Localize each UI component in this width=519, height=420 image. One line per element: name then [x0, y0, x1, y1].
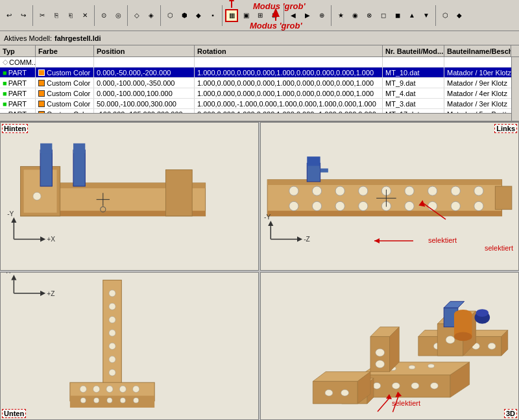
- tb-btn-22[interactable]: ◼: [391, 9, 404, 22]
- svg-point-29: [289, 186, 298, 195]
- svg-rect-50: [307, 156, 320, 166]
- tb-btn-3[interactable]: ✂: [36, 9, 49, 22]
- table-row[interactable]: ■PART Custom Color 50.000,-100.000,300.0…: [0, 99, 519, 109]
- viewport-unten[interactable]: Unten: [0, 272, 259, 421]
- svg-point-65: [109, 290, 115, 296]
- svg-rect-28: [267, 211, 501, 216]
- svg-point-115: [376, 349, 385, 356]
- tb-btn-grid1[interactable]: ▦: [225, 9, 238, 22]
- svg-rect-27: [267, 180, 501, 185]
- active-model-label: Aktives Modell:: [4, 34, 52, 42]
- viewport-label-3d: 3D: [504, 409, 517, 418]
- scrollbar-vertical[interactable]: [511, 57, 519, 121]
- svg-text:-Z: -Z: [304, 236, 310, 243]
- tb-btn-15[interactable]: ◀: [287, 9, 300, 22]
- svg-point-97: [431, 382, 439, 389]
- tb-btn-7[interactable]: ⊙: [97, 9, 110, 22]
- viewport-links[interactable]: Links selektiert: [260, 122, 519, 271]
- tb-btn-25[interactable]: ⬡: [439, 9, 452, 22]
- scrollbar-horizontal[interactable]: [0, 113, 511, 121]
- svg-point-41: [359, 201, 368, 210]
- svg-line-88: [378, 397, 391, 412]
- svg-point-30: [312, 186, 321, 195]
- svg-point-79: [107, 397, 112, 402]
- tb-btn-grid2[interactable]: ▣: [239, 9, 252, 22]
- svg-point-74: [106, 386, 113, 392]
- svg-point-43: [405, 201, 414, 210]
- viewport-label-unten: Unten: [2, 409, 26, 418]
- tb-btn-19[interactable]: ◉: [348, 9, 361, 22]
- svg-rect-10: [73, 150, 85, 186]
- tb-btn-26[interactable]: ◆: [453, 9, 466, 22]
- svg-text:-X: -X: [4, 273, 10, 275]
- tb-btn-8[interactable]: ◎: [112, 9, 125, 22]
- tb-btn-5[interactable]: ⎗: [64, 9, 77, 22]
- svg-marker-89: [386, 394, 392, 399]
- svg-point-40: [335, 201, 344, 210]
- svg-point-75: [119, 386, 126, 392]
- svg-point-13: [33, 192, 41, 200]
- svg-point-38: [289, 201, 298, 210]
- svg-point-116: [376, 360, 385, 367]
- viewport-3d[interactable]: 3D selektiert: [260, 272, 519, 421]
- tb-btn-14[interactable]: ▪: [206, 9, 219, 22]
- tb-btn-4[interactable]: ⎘: [50, 9, 63, 22]
- svg-point-131: [341, 389, 349, 396]
- svg-marker-128: [313, 381, 357, 403]
- svg-point-39: [312, 201, 321, 210]
- svg-point-121: [454, 332, 472, 341]
- svg-point-46: [474, 201, 483, 210]
- viewport-hinten[interactable]: Hinten +X: [0, 122, 259, 271]
- table-row[interactable]: ◇ COMM...: [0, 57, 519, 68]
- tb-btn-23[interactable]: ▲: [405, 9, 418, 22]
- tb-btn-21[interactable]: ◻: [377, 9, 390, 22]
- table-row[interactable]: ■ PART Custom Color 0.000,-50.000,-200.0…: [0, 68, 519, 78]
- tb-btn-20[interactable]: ⊗: [363, 9, 376, 22]
- tb-btn-16[interactable]: ▶: [301, 9, 314, 22]
- svg-point-34: [405, 186, 414, 195]
- col-nr: Nr. Bauteil/Mod...: [383, 45, 444, 56]
- col-typ: Typ: [0, 45, 36, 56]
- table-row[interactable]: ■PART Custom Color 0.000,-100.000,100.00…: [0, 88, 519, 99]
- svg-point-130: [325, 389, 333, 396]
- svg-point-72: [80, 386, 86, 392]
- svg-point-77: [80, 397, 86, 402]
- tb-btn-6[interactable]: ✕: [78, 9, 91, 22]
- table-area[interactable]: ◇ COMM... ■ PART Custom Color 0.000,-50.…: [0, 57, 519, 122]
- svg-point-94: [373, 382, 381, 389]
- svg-rect-49: [307, 163, 320, 182]
- svg-text:+Z: +Z: [47, 290, 54, 297]
- svg-point-67: [109, 316, 115, 323]
- tb-btn-17[interactable]: ⊕: [315, 9, 328, 22]
- viewport-label-links: Links: [494, 124, 517, 133]
- svg-rect-12: [73, 143, 85, 153]
- tb-btn-2[interactable]: ↪: [17, 9, 30, 22]
- svg-point-73: [93, 386, 100, 392]
- tb-btn-1[interactable]: ↩: [3, 9, 16, 22]
- svg-point-80: [120, 397, 125, 402]
- svg-text:-Y: -Y: [264, 214, 271, 221]
- active-model-bar: Aktives Modell: fahrgestell.ldi: [0, 31, 519, 45]
- toolbar: ↩ ↪ ✂ ⎘ ⎗ ✕ ⊙ ◎ ◇ ◈ ⬡ ⬢ ◆ ▪ ▦ ▣ ⊞ ⊟ ◀ ▶ …: [0, 0, 519, 31]
- tb-btn-18[interactable]: ★: [334, 9, 347, 22]
- tb-btn-grid3[interactable]: ⊞: [254, 9, 267, 22]
- table-header: Typ Farbe Position Rotation Nr. Bauteil/…: [0, 45, 519, 57]
- tb-btn-9[interactable]: ◇: [130, 9, 143, 22]
- svg-text:+X: +X: [47, 236, 55, 243]
- svg-point-32: [359, 186, 368, 195]
- tb-btn-11[interactable]: ⬡: [163, 9, 176, 22]
- svg-marker-0: [229, 0, 234, 1]
- tb-btn-13[interactable]: ◆: [192, 9, 205, 22]
- tb-btn-grid4[interactable]: ⊟: [268, 9, 281, 22]
- tb-btn-10[interactable]: ◈: [145, 9, 158, 22]
- svg-rect-52: [495, 186, 511, 210]
- tb-btn-24[interactable]: ▼: [420, 9, 433, 22]
- svg-point-45: [451, 201, 460, 210]
- selektiert-label: selektiert: [374, 234, 457, 247]
- selektiert-label-3d: selektiert: [365, 393, 420, 413]
- svg-point-111: [446, 336, 455, 343]
- table-row[interactable]: ■PART Custom Color 0.000,-100.000,-350.0…: [0, 78, 519, 88]
- tb-btn-12[interactable]: ⬢: [178, 9, 191, 22]
- svg-point-99: [409, 365, 415, 369]
- svg-point-68: [109, 329, 115, 336]
